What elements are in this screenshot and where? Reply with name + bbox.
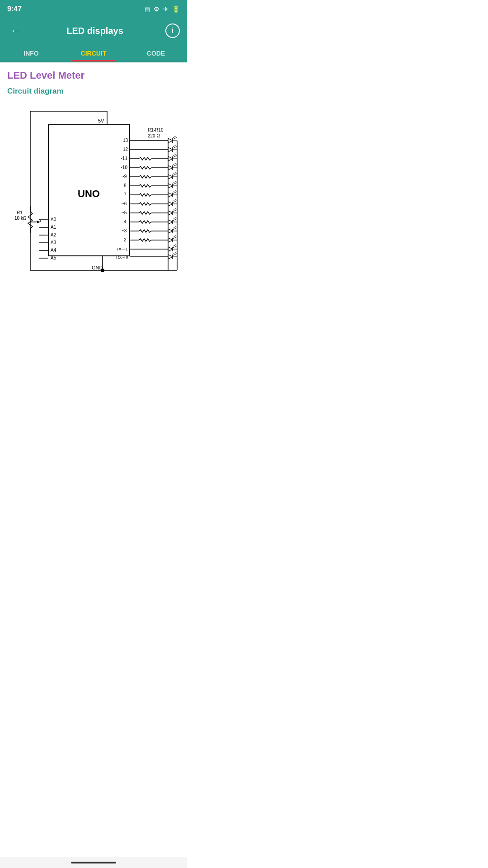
svg-line-86	[173, 154, 176, 156]
svg-line-126	[173, 244, 176, 246]
svg-text:R1: R1	[17, 210, 23, 215]
svg-marker-112	[168, 220, 173, 224]
back-button[interactable]: ←	[7, 21, 24, 40]
battery-icon: 🔋	[172, 5, 180, 13]
svg-marker-128	[168, 255, 173, 259]
svg-text:~9: ~9	[122, 174, 127, 179]
svg-marker-88	[168, 165, 173, 170]
svg-line-102	[173, 190, 176, 192]
tab-code[interactable]: CODE	[125, 43, 187, 61]
svg-marker-92	[168, 175, 173, 179]
svg-text:A2: A2	[51, 232, 56, 237]
svg-line-106	[173, 199, 176, 201]
svg-marker-80	[168, 147, 173, 152]
svg-text:~10: ~10	[120, 165, 127, 170]
status-icons: ▤ ⚙ ✈ 🔋	[145, 5, 180, 13]
svg-text:2: 2	[124, 237, 127, 242]
status-time: 9:47	[7, 5, 22, 13]
svg-line-98	[173, 181, 176, 183]
svg-marker-53	[37, 221, 40, 223]
sim-icon: ▤	[145, 6, 150, 13]
circuit-diagram-label: Circuit diagram	[7, 87, 180, 96]
svg-text:220 Ω: 220 Ω	[148, 133, 160, 138]
svg-marker-124	[168, 247, 173, 251]
svg-text:A0: A0	[51, 217, 56, 222]
status-bar: 9:47 ▤ ⚙ ✈ 🔋	[0, 0, 187, 18]
section-title: LED Level Meter	[7, 70, 180, 81]
svg-marker-116	[168, 229, 173, 233]
svg-line-114	[173, 217, 176, 219]
svg-text:~6: ~6	[122, 201, 127, 206]
svg-text:A4: A4	[51, 248, 56, 253]
svg-text:~11: ~11	[120, 156, 127, 161]
svg-text:12: 12	[123, 147, 128, 152]
tab-info[interactable]: INFO	[0, 43, 62, 61]
svg-text:5V: 5V	[98, 118, 104, 123]
svg-text:A1: A1	[51, 225, 56, 230]
tab-circuit[interactable]: CIRCUIT	[62, 43, 125, 61]
airplane-icon: ✈	[163, 5, 169, 13]
svg-point-37	[101, 269, 104, 272]
svg-text:8: 8	[124, 183, 127, 188]
app-bar: ← LED displays i	[0, 18, 187, 43]
svg-text:UNO: UNO	[78, 188, 100, 199]
svg-marker-108	[168, 211, 173, 215]
svg-line-78	[173, 136, 176, 138]
svg-text:7: 7	[124, 192, 127, 197]
svg-line-94	[173, 172, 176, 174]
svg-marker-76	[168, 138, 173, 143]
main-content: LED Level Meter Circuit diagram UNO 5V 1…	[0, 62, 187, 307]
svg-text:RX←0: RX←0	[116, 255, 128, 259]
svg-text:10 kΩ: 10 kΩ	[14, 216, 27, 221]
svg-text:4: 4	[124, 219, 127, 224]
info-button[interactable]: i	[165, 24, 180, 38]
svg-text:13: 13	[123, 138, 128, 143]
svg-line-110	[173, 208, 176, 210]
svg-marker-120	[168, 238, 173, 242]
svg-marker-104	[168, 202, 173, 206]
svg-line-122	[173, 235, 176, 237]
svg-text:A5: A5	[51, 255, 56, 260]
svg-marker-84	[168, 156, 173, 161]
settings-icon: ⚙	[154, 5, 160, 13]
circuit-diagram-svg: UNO 5V 13 12 ~11 ~10 ~9 8	[8, 107, 179, 297]
svg-line-90	[173, 163, 176, 165]
svg-line-82	[173, 145, 176, 147]
svg-text:TX→1: TX→1	[116, 247, 128, 251]
svg-line-118	[173, 226, 176, 228]
svg-text:R1-R10: R1-R10	[148, 127, 164, 132]
svg-text:~3: ~3	[122, 228, 127, 233]
svg-line-130	[173, 252, 176, 254]
svg-marker-100	[168, 193, 173, 197]
svg-text:~5: ~5	[122, 210, 127, 215]
tab-bar: INFO CIRCUIT CODE	[0, 43, 187, 62]
svg-text:A3: A3	[51, 240, 56, 245]
circuit-diagram-container: UNO 5V 13 12 ~11 ~10 ~9 8	[7, 103, 180, 300]
svg-marker-96	[168, 184, 173, 188]
app-bar-title: LED displays	[66, 26, 123, 36]
